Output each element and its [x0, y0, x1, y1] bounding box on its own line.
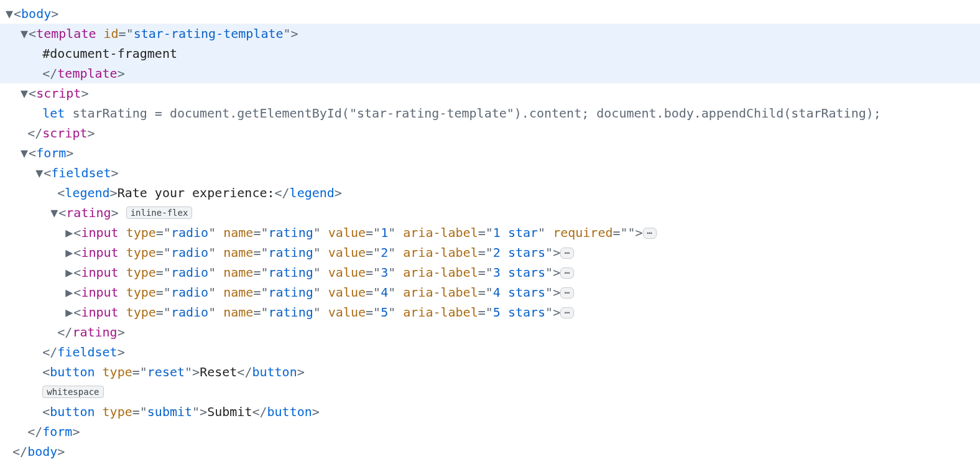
node-script-open[interactable]: ▼<script> [0, 83, 980, 103]
node-rating-open[interactable]: ▼<rating> inline-flex [0, 203, 980, 223]
node-form-open[interactable]: ▼<form> [0, 143, 980, 163]
ellipsis-button[interactable]: ⋯ [560, 287, 574, 299]
chevron-down-icon[interactable]: ▼ [20, 83, 29, 103]
ellipsis-button[interactable]: ⋯ [643, 228, 657, 239]
chevron-down-icon[interactable]: ▼ [20, 24, 29, 44]
node-fieldset-close[interactable]: </fieldset> [0, 342, 980, 362]
ellipsis-button[interactable]: ⋯ [560, 248, 574, 259]
node-template-close[interactable]: </template> [0, 63, 980, 83]
node-template-open[interactable]: ▼<template id="star-rating-template"> [0, 24, 980, 44]
node-input-2[interactable]: ▶<input type="radio" name="rating" value… [0, 243, 980, 262]
node-body-close[interactable]: </body> [0, 442, 980, 459]
chevron-down-icon[interactable]: ▼ [20, 143, 29, 163]
node-form-close[interactable]: </form> [0, 422, 980, 442]
node-input-4[interactable]: ▶<input type="radio" name="rating" value… [0, 282, 980, 302]
chevron-down-icon[interactable]: ▼ [35, 163, 44, 183]
ellipsis-button[interactable]: ⋯ [560, 307, 574, 318]
chevron-right-icon[interactable]: ▶ [65, 262, 73, 282]
display-pill: inline-flex [126, 206, 193, 219]
ellipsis-button[interactable]: ⋯ [560, 267, 574, 279]
chevron-right-icon[interactable]: ▶ [65, 302, 73, 322]
node-input-1[interactable]: ▶<input type="radio" name="rating" value… [0, 223, 980, 243]
chevron-down-icon[interactable]: ▼ [50, 203, 58, 223]
chevron-right-icon[interactable]: ▶ [65, 243, 73, 262]
node-fieldset-open[interactable]: ▼<fieldset> [0, 163, 980, 183]
node-input-5[interactable]: ▶<input type="radio" name="rating" value… [0, 302, 980, 322]
chevron-right-icon[interactable]: ▶ [65, 223, 73, 243]
node-legend[interactable]: <legend>Rate your experience:</legend> [0, 183, 980, 203]
node-button-submit[interactable]: <button type="submit">Submit</button> [0, 402, 980, 422]
node-script-code[interactable]: let starRating = document.getElementById… [0, 103, 980, 123]
node-rating-close[interactable]: </rating> [0, 322, 980, 342]
whitespace-pill: whitespace [42, 386, 103, 398]
node-input-3[interactable]: ▶<input type="radio" name="rating" value… [0, 262, 980, 282]
dom-tree: ▼<body> ▼<template id="star-rating-templ… [0, 0, 980, 459]
node-whitespace-pill[interactable]: whitespace [0, 382, 980, 402]
node-script-close[interactable]: </script> [0, 123, 980, 143]
node-button-reset[interactable]: <button type="reset">Reset</button> [0, 362, 980, 382]
node-document-fragment[interactable]: #document-fragment [0, 44, 980, 63]
chevron-down-icon[interactable]: ▼ [5, 4, 14, 24]
chevron-right-icon[interactable]: ▶ [65, 282, 73, 302]
node-body-open[interactable]: ▼<body> [0, 4, 980, 24]
